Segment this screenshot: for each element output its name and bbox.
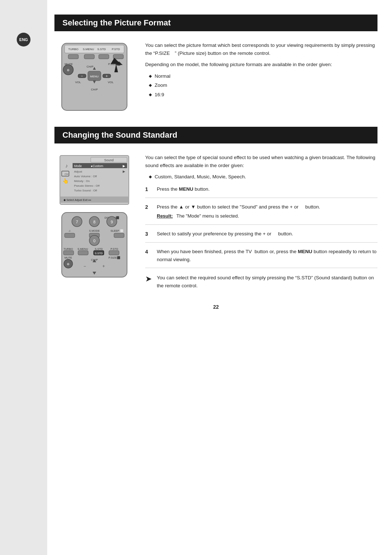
step-4: 4 When you have been finished, press the… (145, 248, 377, 268)
remote-top-svg: TURBO S.MENU S.STD P.STD MUTE P.SIZE⬛ (58, 41, 131, 112)
svg-text:7: 7 (76, 220, 78, 224)
section2-intro: You can select the type of special sound… (145, 154, 377, 169)
svg-text:P.STD: P.STD (110, 247, 118, 251)
note-arrow-icon: ➤ (145, 272, 152, 285)
svg-text:Sound: Sound (104, 158, 114, 162)
step2-text: Press the ▲ or ▼ button to select the "S… (157, 203, 377, 220)
section2-title: Changing the Sound Standard (54, 127, 377, 143)
svg-rect-70 (78, 251, 88, 255)
svg-rect-6 (68, 54, 78, 59)
section-picture-format: Selecting the Picture Format TURBO S.MEN… (54, 15, 377, 112)
svg-text:SLEEP ⬜: SLEEP ⬜ (110, 229, 123, 232)
language-badge: ENG (17, 33, 30, 46)
section2-images: Sound ♪ CH 👆 Mode ●Custom ▶ (54, 154, 134, 278)
svg-text:−: − (83, 264, 86, 269)
result-text: The "Mode" menu is selected. (176, 212, 239, 220)
step4-text: When you have been finished, press the T… (157, 248, 377, 263)
svg-text:▶: ▶ (123, 170, 125, 173)
svg-text:−: − (81, 74, 83, 78)
section1-content: TURBO S.MENU S.STD P.STD MUTE P.SIZE⬛ (54, 41, 377, 112)
step3-text: Select to satisfy your preference by pre… (157, 230, 377, 238)
section2-content: Sound ♪ CH 👆 Mode ●Custom ▶ (54, 154, 377, 289)
step2-number: 2 (145, 203, 152, 211)
page-container: ENG Selecting the Picture Format TURBO S… (0, 0, 392, 555)
step-1: 1 Press the MENU button. (145, 185, 377, 198)
svg-text:-/-: -/- (68, 229, 71, 232)
svg-text:9: 9 (111, 220, 113, 224)
bullet-sound-effects: Custom, Standard, Music, Movie, Speech. (149, 173, 377, 181)
svg-text:TURBO: TURBO (68, 48, 78, 51)
section1-title: Selecting the Picture Format (54, 15, 377, 31)
svg-text:VOL: VOL (75, 81, 81, 84)
svg-text:⊛: ⊛ (67, 68, 70, 72)
svg-text:+: + (102, 264, 105, 269)
svg-text:MENU: MENU (90, 75, 99, 78)
step-2: 2 Press the ▲ or ▼ button to select the … (145, 203, 377, 224)
remote-top-image: TURBO S.MENU S.STD P.STD MUTE P.SIZE⬛ (54, 41, 134, 112)
step1-number: 1 (145, 185, 152, 193)
svg-text:S.STD: S.STD (97, 48, 106, 51)
svg-rect-9 (113, 54, 123, 59)
step4-number: 4 (145, 248, 152, 256)
svg-text:⊛: ⊛ (67, 262, 70, 266)
left-sidebar: ENG (0, 0, 47, 555)
step2-result: Result: The "Mode" menu is selected. (157, 212, 377, 220)
svg-text:MUTE: MUTE (64, 256, 72, 259)
result-label: Result: (157, 212, 173, 220)
svg-text:▶: ▶ (123, 164, 125, 168)
svg-text:P.STD: P.STD (112, 48, 120, 51)
svg-rect-69 (64, 251, 74, 255)
svg-text:Mode: Mode (74, 164, 82, 168)
svg-text:Melody  : On: Melody : On (74, 179, 90, 183)
steps-list: 1 Press the MENU button. 2 Press the ▲ o… (145, 185, 377, 268)
note-block: ➤ You can select the required sound effe… (145, 274, 377, 289)
section2-text: You can select the type of special sound… (145, 154, 377, 289)
svg-text:CH: CH (65, 173, 68, 175)
svg-text:👆: 👆 (62, 178, 69, 184)
svg-text:8: 8 (93, 220, 95, 224)
page-number: 22 (54, 304, 377, 317)
svg-text:S.MENU: S.MENU (77, 247, 88, 251)
svg-rect-7 (84, 54, 94, 59)
svg-rect-58 (65, 233, 75, 238)
section1-bullets: Normal Zoom 16:9 (149, 72, 377, 99)
svg-text:P.SIZE⬛: P.SIZE⬛ (109, 256, 121, 259)
svg-text:VOL: VOL (108, 81, 114, 84)
svg-text:Turbo Sound  : Off: Turbo Sound : Off (74, 189, 97, 192)
svg-text:TURBO: TURBO (64, 247, 73, 251)
svg-text:S.MENU: S.MENU (83, 48, 94, 51)
note-text: You can select the required sound effect… (157, 274, 377, 289)
svg-text:0: 0 (93, 239, 95, 243)
bullet-zoom: Zoom (149, 81, 377, 89)
svg-text:●Custom: ●Custom (91, 164, 103, 168)
svg-rect-60 (114, 233, 124, 238)
svg-rect-8 (99, 54, 109, 59)
remote-bottom-svg: DISPLAY⬛ 7 8 9 -/- S.MODE SLEEP ⬜ (58, 211, 131, 278)
svg-text:♪: ♪ (65, 163, 68, 169)
main-content: Selecting the Picture Format TURBO S.MEN… (47, 0, 392, 555)
section1-sub-intro: Depending on the model, the following pi… (145, 61, 377, 69)
step1-text: Press the MENU button. (157, 185, 377, 193)
svg-rect-71 (109, 251, 119, 255)
step3-number: 3 (145, 230, 152, 238)
svg-text:Adjust: Adjust (74, 170, 82, 173)
sound-menu-svg: Sound ♪ CH 👆 Mode ●Custom ▶ (58, 154, 131, 206)
svg-text:S.MODE: S.MODE (89, 229, 100, 232)
svg-text:CH/P: CH/P (91, 88, 98, 91)
bullet-169: 16:9 (149, 91, 377, 99)
section1-text: You can select the picture format which … (145, 41, 377, 100)
svg-text:+: + (106, 74, 108, 78)
svg-text:◆ Select   Adjust   Exit   ▪▪▪: ◆ Select Adjust Exit ▪▪▪ (64, 198, 91, 202)
section1-intro: You can select the picture format which … (145, 41, 377, 57)
svg-text:S.STD: S.STD (95, 252, 103, 255)
bullet-normal: Normal (149, 72, 377, 80)
svg-text:S.STD: S.STD (95, 247, 103, 251)
section-sound-standard: Changing the Sound Standard Sound ♪ (54, 127, 377, 289)
step-3: 3 Select to satisfy your preference by p… (145, 230, 377, 243)
svg-text:Pseudo Stereo  : Off: Pseudo Stereo : Off (74, 184, 100, 187)
section2-bullets: Custom, Standard, Music, Movie, Speech. (149, 173, 377, 181)
svg-text:CH/P: CH/P (86, 65, 93, 68)
svg-text:Auto Volume  : Off: Auto Volume : Off (74, 175, 97, 178)
